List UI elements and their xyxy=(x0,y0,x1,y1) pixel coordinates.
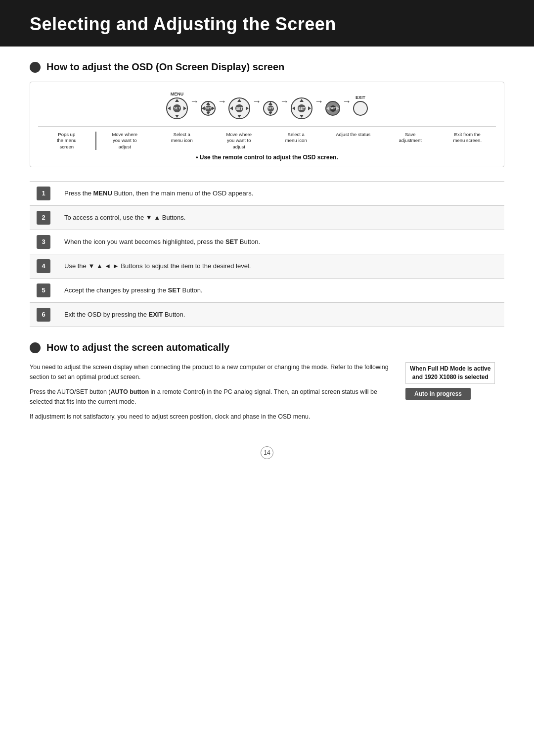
diag-label-6: Adjust the status xyxy=(325,132,382,138)
step-text-6: Exit the OSD by pressing the EXIT Button… xyxy=(57,303,504,327)
section2-para2: Press the AUTO/SET button (AUTO button i… xyxy=(30,387,391,407)
arrow2: → xyxy=(218,96,226,107)
section2-para3: If adjustment is not satisfactory, you n… xyxy=(30,412,391,422)
diag-label-4: Move whereyou want toadjust xyxy=(211,132,268,150)
diag-label-8: Exit from themenu screen. xyxy=(439,132,496,144)
step-num-cell-5: 5 xyxy=(30,279,57,303)
step-text-5: Accept the changes by pressing the SET B… xyxy=(57,279,504,303)
diagram-labels: Pops upthe menuscreen Move whereyou want… xyxy=(38,126,496,150)
section2: How to adjust the screen automatically Y… xyxy=(30,342,504,426)
step-row-1: 1 Press the MENU Button, then the main m… xyxy=(30,182,504,206)
page-number-area: 14 xyxy=(30,446,504,459)
step-row-2: 2 To access a control, use the ▼ ▲ Butto… xyxy=(30,206,504,230)
auto-progress-badge: Auto in progress xyxy=(405,388,471,400)
section2-right: When Full HD Mode is active and 1920 X10… xyxy=(405,362,504,400)
section1-dot xyxy=(30,62,41,73)
step-text-4: Use the ▼ ▲ ◄ ► Buttons to adjust the it… xyxy=(57,254,504,279)
page-number: 14 xyxy=(261,446,273,459)
diag-label-3: Select amenu icon xyxy=(153,132,211,144)
diag-label-1: Pops upthe menuscreen xyxy=(38,132,96,150)
arrow6: → xyxy=(342,96,351,107)
step-num-4: 4 xyxy=(37,259,50,273)
step-num-cell-3: 3 xyxy=(30,230,57,254)
section2-para1: You need to adjust the screen display wh… xyxy=(30,362,391,382)
page-header: Selecting and Adjusting the Screen xyxy=(0,0,534,47)
step-num-cell-6: 6 xyxy=(30,303,57,327)
step-row-5: 5 Accept the changes by pressing the SET… xyxy=(30,279,504,303)
osd-note: • Use the remote control to adjust the O… xyxy=(38,154,496,161)
page-title: Selecting and Adjusting the Screen xyxy=(30,14,504,35)
step-num-2: 2 xyxy=(37,211,50,225)
section2-dot xyxy=(30,342,41,353)
step-num-3: 3 xyxy=(37,235,50,249)
step-num-5: 5 xyxy=(37,284,50,297)
step-text-1: Press the MENU Button, then the main men… xyxy=(57,182,504,206)
arrow5: → xyxy=(314,96,323,107)
dpad-move1: SET xyxy=(228,91,250,119)
dpad-set2: SET xyxy=(263,94,278,116)
dpad-menu: MENU SET xyxy=(166,92,188,119)
arrow3: → xyxy=(252,96,261,107)
step-row-3: 3 When the icon you want becomes highlig… xyxy=(30,230,504,254)
step-text-2: To access a control, use the ▼ ▲ Buttons… xyxy=(57,206,504,230)
step-num-6: 6 xyxy=(37,308,50,322)
section1-heading: How to adjust the OSD (On Screen Display… xyxy=(46,61,284,73)
section1: How to adjust the OSD (On Screen Display… xyxy=(30,61,504,327)
section2-body: You need to adjust the screen display wh… xyxy=(30,362,504,426)
osd-diagram: MENU SET → xyxy=(30,82,504,167)
step-num-cell-4: 4 xyxy=(30,254,57,279)
step-num-cell-1: 1 xyxy=(30,182,57,206)
dpad-set3: SET xyxy=(325,94,340,116)
dpad-set1: SET xyxy=(201,94,216,116)
diag-label-5: Select amenu icon xyxy=(267,132,325,144)
step-num-cell-2: 2 xyxy=(30,206,57,230)
steps-table: 1 Press the MENU Button, then the main m… xyxy=(30,181,504,327)
full-hd-note: When Full HD Mode is active and 1920 X10… xyxy=(405,362,495,384)
exit-button: EXIT xyxy=(353,95,368,116)
diag-label-2: Move whereyou want toadjust xyxy=(96,132,154,150)
section2-left: You need to adjust the screen display wh… xyxy=(30,362,391,426)
diagram-flow: MENU SET → xyxy=(38,91,496,119)
diag-label-7: Saveadjustment xyxy=(382,132,439,144)
arrow4: → xyxy=(280,96,289,107)
dpad-move2: SET xyxy=(291,91,312,119)
section2-heading: How to adjust the screen automatically xyxy=(46,342,229,353)
step-text-3: When the icon you want becomes highlight… xyxy=(57,230,504,254)
step-row-4: 4 Use the ▼ ▲ ◄ ► Buttons to adjust the … xyxy=(30,254,504,279)
step-num-1: 1 xyxy=(37,187,50,200)
arrow1: → xyxy=(190,96,199,107)
step-row-6: 6 Exit the OSD by pressing the EXIT Butt… xyxy=(30,303,504,327)
